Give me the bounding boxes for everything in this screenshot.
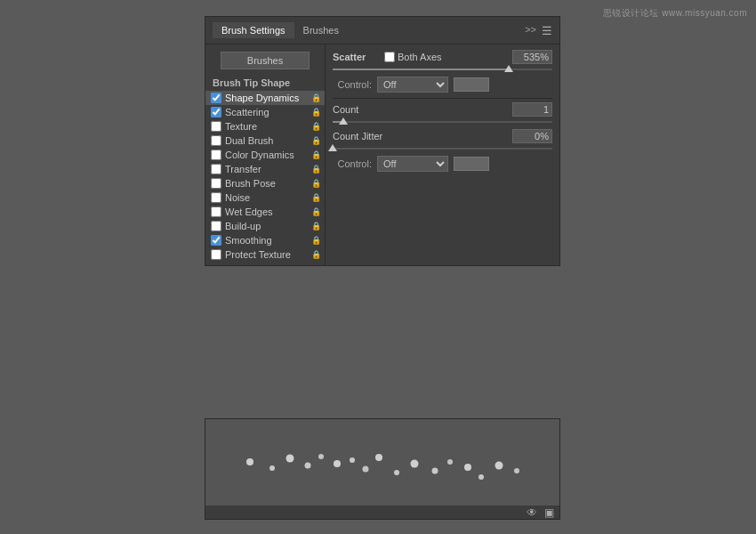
noise-checkbox[interactable] <box>211 192 221 203</box>
count-jitter-slider-thumb[interactable] <box>328 144 337 151</box>
smoothing-checkbox[interactable] <box>211 235 221 246</box>
scatter-slider[interactable] <box>333 66 552 73</box>
lock-icon-1: 🔒 <box>311 108 321 117</box>
count-jitter-slider-track <box>333 148 552 150</box>
transfer-label: Transfer <box>225 164 310 174</box>
tab-brush-settings[interactable]: Brush Settings <box>213 22 294 38</box>
sidebar-item-brush-pose[interactable]: Brush Pose 🔒 <box>205 176 325 190</box>
sidebar-item-shape-dynamics[interactable]: Shape Dynamics 🔒 <box>205 91 325 105</box>
svg-point-3 <box>305 463 311 469</box>
buildup-checkbox[interactable] <box>211 221 221 231</box>
svg-point-12 <box>447 459 453 465</box>
lock-icon-11: 🔒 <box>311 250 321 259</box>
count-slider-thumb[interactable] <box>339 117 348 125</box>
color-dynamics-label: Color Dynamics <box>225 150 310 160</box>
svg-point-6 <box>350 457 355 463</box>
svg-point-16 <box>514 468 519 473</box>
brush-tip-shape-label: Brush Tip Shape <box>205 75 325 91</box>
brush-preview-area <box>205 418 560 507</box>
control-select-1[interactable]: Off Fade Pen Pressure Pen Tilt <box>377 77 448 93</box>
dual-brush-label: Dual Brush <box>225 135 310 146</box>
sidebar-item-transfer[interactable]: Transfer 🔒 <box>205 162 325 176</box>
noise-label: Noise <box>225 192 310 203</box>
wet-edges-label: Wet Edges <box>225 206 310 217</box>
svg-point-5 <box>334 460 341 467</box>
lock-icon-3: 🔒 <box>311 136 321 145</box>
sidebar-item-noise[interactable]: Noise 🔒 <box>205 190 325 205</box>
control-row-2: Control: Off Fade Pen Pressure Pen Tilt <box>333 156 552 172</box>
count-value-input[interactable] <box>512 102 552 117</box>
scattering-checkbox[interactable] <box>211 107 221 117</box>
scatter-value-input[interactable] <box>512 50 552 64</box>
color-dynamics-checkbox[interactable] <box>211 150 221 160</box>
scatter-slider-thumb[interactable] <box>504 65 513 72</box>
count-slider[interactable] <box>333 118 552 125</box>
divider-1 <box>333 98 552 99</box>
shape-dynamics-checkbox[interactable] <box>211 93 221 103</box>
svg-point-13 <box>464 464 471 471</box>
scatter-slider-fill <box>333 69 509 70</box>
buildup-label: Build-up <box>225 221 310 231</box>
svg-point-1 <box>269 465 275 471</box>
scatter-label: Scatter <box>333 52 375 62</box>
shape-dynamics-label: Shape Dynamics <box>225 93 310 103</box>
lock-icon-6: 🔒 <box>311 179 321 188</box>
smoothing-label: Smoothing <box>225 235 310 246</box>
count-jitter-slider[interactable] <box>333 145 552 152</box>
count-jitter-label: Count Jitter <box>333 131 507 142</box>
svg-point-15 <box>495 462 503 470</box>
main-content: Scatter Both Axes Control: Off Fade <box>326 44 559 265</box>
lock-icon-5: 🔒 <box>311 165 321 174</box>
preview-svg <box>205 419 559 506</box>
count-jitter-value-input[interactable] <box>512 129 552 143</box>
sidebar-item-buildup[interactable]: Build-up 🔒 <box>205 219 325 233</box>
svg-point-10 <box>411 460 419 468</box>
panel-header-icons: >> ☰ <box>525 24 552 37</box>
wet-edges-checkbox[interactable] <box>211 206 221 217</box>
eye-icon[interactable]: 👁 <box>527 506 537 519</box>
count-jitter-row: Count Jitter <box>333 129 552 143</box>
menu-icon[interactable]: ☰ <box>542 24 552 37</box>
protect-texture-checkbox[interactable] <box>211 249 221 260</box>
scattering-label: Scattering <box>225 107 310 117</box>
control-label-1: Control: <box>333 79 372 90</box>
sidebar-item-wet-edges[interactable]: Wet Edges 🔒 <box>205 205 325 219</box>
sidebar: Brushes Brush Tip Shape Shape Dynamics 🔒… <box>205 44 326 265</box>
control-extra-1 <box>454 77 489 92</box>
watermark: 思锐设计论坛 www.missyuan.com <box>603 7 747 20</box>
dual-brush-checkbox[interactable] <box>211 135 221 146</box>
sidebar-item-smoothing[interactable]: Smoothing 🔒 <box>205 233 325 247</box>
lock-icon-9: 🔒 <box>311 222 321 231</box>
both-axes-container: Both Axes <box>384 52 442 62</box>
lock-icon-7: 🔒 <box>311 193 321 202</box>
both-axes-checkbox[interactable] <box>384 52 395 62</box>
lock-icon-8: 🔒 <box>311 207 321 216</box>
control-extra-2 <box>454 157 489 171</box>
expand-icon[interactable]: >> <box>525 24 536 37</box>
control-select-2[interactable]: Off Fade Pen Pressure Pen Tilt <box>377 156 448 172</box>
sidebar-item-protect-texture[interactable]: Protect Texture 🔒 <box>205 247 325 262</box>
svg-point-9 <box>394 470 399 475</box>
count-row: Count <box>333 102 552 117</box>
both-axes-label: Both Axes <box>398 52 442 62</box>
preview-bottom-bar: 👁 ▣ <box>205 506 560 520</box>
count-slider-track <box>333 121 552 123</box>
lock-icon-2: 🔒 <box>311 122 321 131</box>
brush-pose-label: Brush Pose <box>225 178 310 189</box>
sidebar-item-texture[interactable]: Texture 🔒 <box>205 119 325 134</box>
preview-canvas <box>205 419 559 506</box>
scatter-row: Scatter Both Axes <box>333 50 552 64</box>
brushes-button[interactable]: Brushes <box>221 52 310 69</box>
transfer-checkbox[interactable] <box>211 164 221 174</box>
texture-checkbox[interactable] <box>211 121 221 132</box>
panel-header: Brush Settings Brushes >> ☰ <box>205 17 559 44</box>
tab-brushes[interactable]: Brushes <box>294 22 348 38</box>
brush-pose-checkbox[interactable] <box>211 178 221 189</box>
svg-point-14 <box>479 474 484 480</box>
sidebar-item-color-dynamics[interactable]: Color Dynamics 🔒 <box>205 148 325 162</box>
sidebar-item-scattering[interactable]: Scattering 🔒 <box>205 105 325 119</box>
sidebar-item-dual-brush[interactable]: Dual Brush 🔒 <box>205 134 325 148</box>
control-row-1: Control: Off Fade Pen Pressure Pen Tilt <box>333 77 552 93</box>
page-icon[interactable]: ▣ <box>544 506 554 519</box>
panel-body: Brushes Brush Tip Shape Shape Dynamics 🔒… <box>205 44 559 265</box>
